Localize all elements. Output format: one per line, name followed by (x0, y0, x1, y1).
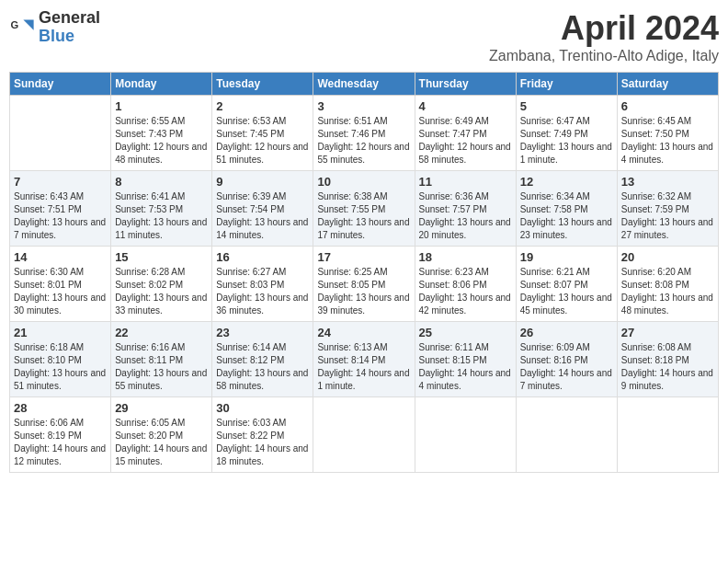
calendar-week-row: 7Sunrise: 6:43 AM Sunset: 7:51 PM Daylig… (10, 171, 719, 247)
calendar-cell: 15Sunrise: 6:28 AM Sunset: 8:02 PM Dayli… (111, 247, 212, 322)
day-info: Sunrise: 6:03 AM Sunset: 8:22 PM Dayligh… (216, 417, 309, 468)
day-info: Sunrise: 6:55 AM Sunset: 7:43 PM Dayligh… (115, 115, 208, 167)
day-number: 9 (216, 175, 309, 189)
day-info: Sunrise: 6:43 AM Sunset: 7:51 PM Dayligh… (14, 190, 107, 242)
day-number: 24 (317, 326, 410, 339)
day-number: 8 (115, 175, 208, 189)
day-number: 26 (520, 326, 613, 339)
day-number: 14 (14, 250, 107, 264)
calendar-cell: 5Sunrise: 6:47 AM Sunset: 7:49 PM Daylig… (516, 96, 617, 171)
calendar-cell: 10Sunrise: 6:38 AM Sunset: 7:55 PM Dayli… (313, 171, 415, 247)
header-tuesday: Tuesday (212, 73, 313, 96)
calendar-cell: 27Sunrise: 6:08 AM Sunset: 8:18 PM Dayli… (617, 322, 718, 397)
calendar-cell: 9Sunrise: 6:39 AM Sunset: 7:54 PM Daylig… (212, 171, 313, 247)
day-number: 3 (317, 99, 410, 113)
day-number: 23 (216, 326, 309, 339)
day-info: Sunrise: 6:21 AM Sunset: 8:07 PM Dayligh… (520, 266, 613, 317)
day-info: Sunrise: 6:45 AM Sunset: 7:50 PM Dayligh… (621, 115, 714, 167)
month-title: April 2024 (489, 9, 719, 48)
calendar-week-row: 1Sunrise: 6:55 AM Sunset: 7:43 PM Daylig… (10, 96, 719, 171)
calendar-week-row: 14Sunrise: 6:30 AM Sunset: 8:01 PM Dayli… (10, 247, 719, 322)
calendar-cell (617, 397, 718, 473)
calendar-cell: 2Sunrise: 6:53 AM Sunset: 7:45 PM Daylig… (212, 96, 313, 171)
calendar-header-row: SundayMondayTuesdayWednesdayThursdayFrid… (10, 73, 719, 96)
calendar-cell: 22Sunrise: 6:16 AM Sunset: 8:11 PM Dayli… (111, 322, 212, 397)
day-number: 16 (216, 250, 309, 264)
day-number: 22 (115, 326, 208, 339)
header-sunday: Sunday (10, 73, 111, 96)
header-thursday: Thursday (415, 73, 516, 96)
day-number: 6 (621, 99, 714, 113)
logo-line2: Blue (39, 28, 100, 46)
day-number: 29 (115, 401, 208, 415)
day-number: 15 (115, 250, 208, 264)
day-info: Sunrise: 6:20 AM Sunset: 8:08 PM Dayligh… (621, 266, 714, 317)
calendar-cell: 4Sunrise: 6:49 AM Sunset: 7:47 PM Daylig… (415, 96, 516, 171)
day-info: Sunrise: 6:39 AM Sunset: 7:54 PM Dayligh… (216, 190, 309, 242)
day-info: Sunrise: 6:25 AM Sunset: 8:05 PM Dayligh… (317, 266, 410, 317)
calendar-cell: 8Sunrise: 6:41 AM Sunset: 7:53 PM Daylig… (111, 171, 212, 247)
calendar-cell: 14Sunrise: 6:30 AM Sunset: 8:01 PM Dayli… (10, 247, 111, 322)
title-section: April 2024 Zambana, Trentino-Alto Adige,… (489, 9, 719, 64)
calendar-cell: 1Sunrise: 6:55 AM Sunset: 7:43 PM Daylig… (111, 96, 212, 171)
day-info: Sunrise: 6:51 AM Sunset: 7:46 PM Dayligh… (317, 115, 410, 167)
calendar-cell (516, 397, 617, 473)
day-number: 10 (317, 175, 410, 189)
day-number: 11 (419, 175, 512, 189)
day-number: 17 (317, 250, 410, 264)
day-info: Sunrise: 6:49 AM Sunset: 7:47 PM Dayligh… (419, 115, 512, 167)
day-number: 7 (14, 175, 107, 189)
calendar-cell: 19Sunrise: 6:21 AM Sunset: 8:07 PM Dayli… (516, 247, 617, 322)
calendar-cell: 6Sunrise: 6:45 AM Sunset: 7:50 PM Daylig… (617, 96, 718, 171)
logo-icon: G (9, 15, 35, 40)
header-friday: Friday (516, 73, 617, 96)
calendar-cell: 11Sunrise: 6:36 AM Sunset: 7:57 PM Dayli… (415, 171, 516, 247)
page-header: G General Blue April 2024 Zambana, Trent… (9, 9, 719, 64)
calendar-cell: 17Sunrise: 6:25 AM Sunset: 8:05 PM Dayli… (313, 247, 415, 322)
day-number: 4 (419, 99, 512, 113)
calendar-cell: 29Sunrise: 6:05 AM Sunset: 8:20 PM Dayli… (111, 397, 212, 473)
day-number: 1 (115, 99, 208, 113)
header-monday: Monday (111, 73, 212, 96)
calendar-cell (415, 397, 516, 473)
day-info: Sunrise: 6:27 AM Sunset: 8:03 PM Dayligh… (216, 266, 309, 317)
calendar-cell: 7Sunrise: 6:43 AM Sunset: 7:51 PM Daylig… (10, 171, 111, 247)
header-wednesday: Wednesday (313, 73, 415, 96)
day-info: Sunrise: 6:32 AM Sunset: 7:59 PM Dayligh… (621, 190, 714, 242)
day-info: Sunrise: 6:08 AM Sunset: 8:18 PM Dayligh… (621, 341, 714, 393)
day-info: Sunrise: 6:23 AM Sunset: 8:06 PM Dayligh… (419, 266, 512, 317)
day-info: Sunrise: 6:13 AM Sunset: 8:14 PM Dayligh… (317, 341, 410, 393)
svg-text:G: G (10, 19, 18, 30)
calendar-cell: 21Sunrise: 6:18 AM Sunset: 8:10 PM Dayli… (10, 322, 111, 397)
day-number: 19 (520, 250, 613, 264)
day-info: Sunrise: 6:38 AM Sunset: 7:55 PM Dayligh… (317, 190, 410, 242)
day-info: Sunrise: 6:16 AM Sunset: 8:11 PM Dayligh… (115, 341, 208, 393)
calendar-cell: 20Sunrise: 6:20 AM Sunset: 8:08 PM Dayli… (617, 247, 718, 322)
day-number: 2 (216, 99, 309, 113)
header-saturday: Saturday (617, 73, 718, 96)
calendar-cell: 16Sunrise: 6:27 AM Sunset: 8:03 PM Dayli… (212, 247, 313, 322)
calendar-cell: 28Sunrise: 6:06 AM Sunset: 8:19 PM Dayli… (10, 397, 111, 473)
day-info: Sunrise: 6:14 AM Sunset: 8:12 PM Dayligh… (216, 341, 309, 393)
calendar-cell: 25Sunrise: 6:11 AM Sunset: 8:15 PM Dayli… (415, 322, 516, 397)
day-info: Sunrise: 6:09 AM Sunset: 8:16 PM Dayligh… (520, 341, 613, 393)
day-info: Sunrise: 6:41 AM Sunset: 7:53 PM Dayligh… (115, 190, 208, 242)
calendar-cell: 26Sunrise: 6:09 AM Sunset: 8:16 PM Dayli… (516, 322, 617, 397)
calendar-cell: 13Sunrise: 6:32 AM Sunset: 7:59 PM Dayli… (617, 171, 718, 247)
day-info: Sunrise: 6:18 AM Sunset: 8:10 PM Dayligh… (14, 341, 107, 393)
day-number: 28 (14, 401, 107, 415)
calendar-week-row: 21Sunrise: 6:18 AM Sunset: 8:10 PM Dayli… (10, 322, 719, 397)
svg-marker-1 (23, 19, 33, 29)
day-number: 25 (419, 326, 512, 339)
day-number: 18 (419, 250, 512, 264)
calendar-cell (313, 397, 415, 473)
day-info: Sunrise: 6:34 AM Sunset: 7:58 PM Dayligh… (520, 190, 613, 242)
day-info: Sunrise: 6:11 AM Sunset: 8:15 PM Dayligh… (419, 341, 512, 393)
day-number: 21 (14, 326, 107, 339)
day-info: Sunrise: 6:53 AM Sunset: 7:45 PM Dayligh… (216, 115, 309, 167)
calendar-cell: 24Sunrise: 6:13 AM Sunset: 8:14 PM Dayli… (313, 322, 415, 397)
day-number: 27 (621, 326, 714, 339)
calendar-cell: 12Sunrise: 6:34 AM Sunset: 7:58 PM Dayli… (516, 171, 617, 247)
day-number: 13 (621, 175, 714, 189)
day-number: 20 (621, 250, 714, 264)
